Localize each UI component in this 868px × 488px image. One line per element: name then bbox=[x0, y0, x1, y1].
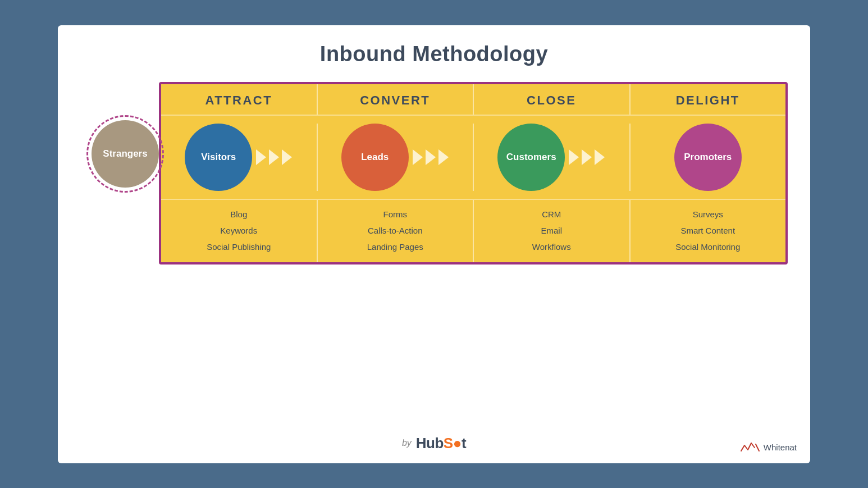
convert-tool-2: Calls-to-Action bbox=[368, 223, 423, 238]
circle-customers: Customers bbox=[497, 124, 565, 191]
hubspot-dot: S bbox=[444, 435, 453, 451]
delight-circle-col: Promoters bbox=[631, 124, 786, 191]
close-tool-3: Workflows bbox=[532, 239, 571, 254]
tools-attract: Blog Keywords Social Publishing bbox=[161, 200, 318, 262]
arrows-convert bbox=[412, 149, 449, 165]
arrows-attract bbox=[255, 149, 293, 165]
tools-delight: Surveys Smart Content Social Monitoring bbox=[631, 200, 786, 262]
arrow-icon bbox=[413, 149, 423, 165]
arrow-icon bbox=[269, 149, 279, 165]
strangers-col: Strangers bbox=[80, 82, 159, 188]
hubspot-footer: by HubS●t bbox=[402, 435, 466, 452]
attract-tool-2: Keywords bbox=[220, 223, 257, 238]
delight-tool-1: Surveys bbox=[693, 207, 723, 222]
circle-leads: Leads bbox=[341, 124, 409, 191]
close-tool-1: CRM bbox=[542, 207, 561, 222]
delight-tool-2: Smart Content bbox=[680, 223, 735, 238]
attract-tool-3: Social Publishing bbox=[207, 239, 271, 254]
svg-line-0 bbox=[756, 444, 759, 451]
arrow-icon bbox=[426, 149, 436, 165]
arrow-icon bbox=[282, 149, 292, 165]
tools-convert: Forms Calls-to-Action Landing Pages bbox=[318, 200, 474, 262]
convert-circle-col: Leads bbox=[318, 124, 474, 191]
attract-circle-col: Visitors bbox=[161, 124, 318, 191]
circle-visitors: Visitors bbox=[185, 124, 252, 191]
convert-tool-3: Landing Pages bbox=[367, 239, 423, 254]
circles-row: Visitors Leads bbox=[161, 116, 785, 199]
hubspot-logo: HubS●t bbox=[416, 435, 466, 452]
header-row: ATTRACT CONVERT CLOSE DELIGHT bbox=[161, 84, 785, 116]
close-tool-2: Email bbox=[541, 223, 562, 238]
arrows-close bbox=[568, 149, 605, 165]
convert-tool-1: Forms bbox=[383, 207, 408, 222]
tools-close: CRM Email Workflows bbox=[474, 200, 631, 262]
page-title: Inbound Methodology bbox=[320, 42, 548, 66]
circle-promoters: Promoters bbox=[674, 124, 742, 191]
slide: Inbound Methodology Strangers ATTRACT CO… bbox=[58, 25, 810, 463]
arrow-icon bbox=[256, 149, 266, 165]
header-convert: CONVERT bbox=[318, 84, 474, 115]
delight-tool-3: Social Monitoring bbox=[675, 239, 740, 254]
arrow-icon bbox=[595, 149, 605, 165]
header-attract: ATTRACT bbox=[161, 84, 318, 115]
diagram: Strangers ATTRACT CONVERT CLOSE DELIGHT bbox=[80, 82, 788, 426]
whitenat-icon bbox=[740, 441, 760, 454]
header-close: CLOSE bbox=[474, 84, 631, 115]
arrow-icon bbox=[438, 149, 449, 165]
arrow-icon bbox=[582, 149, 592, 165]
tools-row: Blog Keywords Social Publishing Forms Ca… bbox=[161, 199, 785, 262]
header-delight: DELIGHT bbox=[631, 84, 786, 115]
yellow-box: ATTRACT CONVERT CLOSE DELIGHT bbox=[159, 82, 788, 264]
whitenat-watermark: Whitenat bbox=[740, 441, 797, 454]
circle-strangers: Strangers bbox=[92, 120, 159, 188]
arrow-icon bbox=[569, 149, 579, 165]
attract-tool-1: Blog bbox=[230, 207, 247, 222]
close-circle-col: Customers bbox=[474, 124, 631, 191]
hubspot-dot2: ● bbox=[453, 435, 462, 451]
